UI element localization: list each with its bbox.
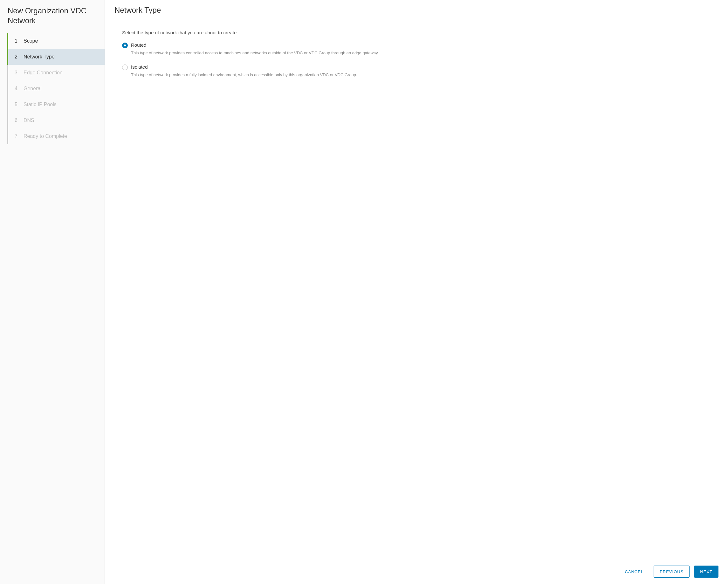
wizard-step-static-ip-pools: 5Static IP Pools <box>7 97 105 112</box>
wizard-title: New Organization VDC Network <box>0 6 105 33</box>
radio-text: RoutedThis type of network provides cont… <box>131 42 715 56</box>
page-title: Network Type <box>114 6 719 15</box>
step-label: Network Type <box>24 54 55 60</box>
wizard-footer: CANCEL PREVIOUS NEXT <box>114 559 719 578</box>
step-number: 7 <box>15 133 21 139</box>
radio-label: Isolated <box>131 64 715 70</box>
step-number: 5 <box>15 102 21 107</box>
step-number: 1 <box>15 38 21 44</box>
cancel-button[interactable]: CANCEL <box>619 565 649 578</box>
step-number: 6 <box>15 117 21 123</box>
next-button[interactable]: NEXT <box>694 565 719 578</box>
wizard-step-ready-to-complete: 7Ready to Complete <box>7 128 105 144</box>
wizard-main: Network Type Select the type of network … <box>105 0 728 584</box>
step-label: Static IP Pools <box>24 102 57 107</box>
step-label: Ready to Complete <box>24 133 67 139</box>
instruction-text: Select the type of network that you are … <box>122 30 715 35</box>
radio-option-isolated[interactable]: IsolatedThis type of network provides a … <box>122 64 715 78</box>
wizard-dialog: New Organization VDC Network 1Scope2Netw… <box>0 0 728 584</box>
wizard-step-general: 4General <box>7 81 105 97</box>
radio-option-routed[interactable]: RoutedThis type of network provides cont… <box>122 42 715 56</box>
step-label: General <box>24 86 42 91</box>
step-number: 3 <box>15 70 21 76</box>
previous-button[interactable]: PREVIOUS <box>654 565 690 578</box>
radio-button-icon[interactable] <box>122 64 128 70</box>
wizard-step-list: 1Scope2Network Type3Edge Connection4Gene… <box>7 33 105 144</box>
wizard-step-scope[interactable]: 1Scope <box>7 33 105 49</box>
radio-button-icon[interactable] <box>122 43 128 48</box>
step-label: DNS <box>24 117 34 123</box>
radio-text: IsolatedThis type of network provides a … <box>131 64 715 78</box>
wizard-sidebar: New Organization VDC Network 1Scope2Netw… <box>0 0 105 584</box>
radio-description: This type of network provides controlled… <box>131 50 715 56</box>
step-label: Edge Connection <box>24 70 62 76</box>
content-area: Select the type of network that you are … <box>114 30 719 559</box>
radio-label: Routed <box>131 42 715 48</box>
wizard-step-dns: 6DNS <box>7 112 105 128</box>
step-label: Scope <box>24 38 38 44</box>
step-number: 2 <box>15 54 21 60</box>
wizard-step-network-type[interactable]: 2Network Type <box>7 49 105 65</box>
step-number: 4 <box>15 86 21 91</box>
wizard-step-edge-connection: 3Edge Connection <box>7 65 105 81</box>
radio-description: This type of network provides a fully is… <box>131 72 715 78</box>
radio-group: RoutedThis type of network provides cont… <box>122 42 715 78</box>
